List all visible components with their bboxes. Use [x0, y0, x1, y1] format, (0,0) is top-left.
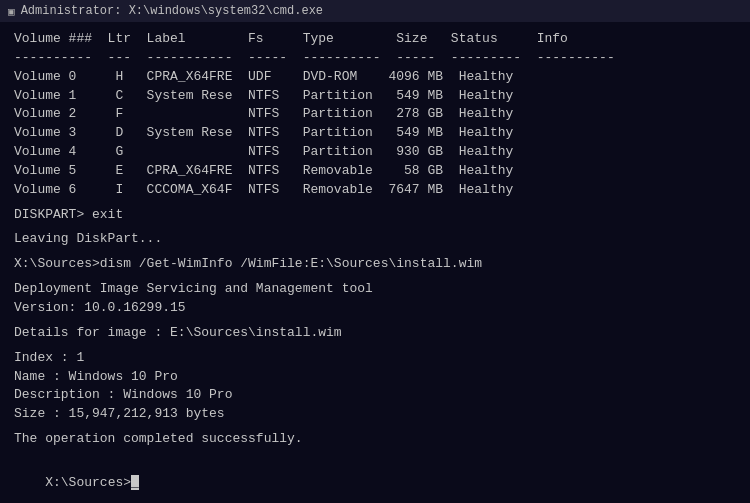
- volume-row-6: Volume 6 I CCCOMA_X64F NTFS Removable 76…: [14, 181, 736, 200]
- cmd-icon: ▣: [8, 5, 15, 18]
- volume-row-1: Volume 1 C System Rese NTFS Partition 54…: [14, 87, 736, 106]
- title-bar: ▣ Administrator: X:\windows\system32\cmd…: [0, 0, 750, 22]
- leaving-diskpart: Leaving DiskPart...: [14, 230, 736, 249]
- volume-row-0: Volume 0 H CPRA_X64FRE UDF DVD-ROM 4096 …: [14, 68, 736, 87]
- deployment-tool-label: Deployment Image Servicing and Managemen…: [14, 280, 736, 299]
- window-title: Administrator: X:\windows\system32\cmd.e…: [21, 4, 323, 18]
- success-msg: The operation completed successfully.: [14, 430, 736, 449]
- terminal-window[interactable]: Volume ### Ltr Label Fs Type Size Status…: [0, 22, 750, 503]
- volume-row-2: Volume 2 F NTFS Partition 278 GB Healthy: [14, 105, 736, 124]
- diskpart-exit: DISKPART> exit: [14, 206, 736, 225]
- version-label: Version: 10.0.16299.15: [14, 299, 736, 318]
- cursor: _: [131, 475, 139, 490]
- size-line: Size : 15,947,212,913 bytes: [14, 405, 736, 424]
- prompt-line: X:\Sources>_: [14, 455, 736, 503]
- volume-row-5: Volume 5 E CPRA_X64FRE NTFS Removable 58…: [14, 162, 736, 181]
- volume-row-3: Volume 3 D System Rese NTFS Partition 54…: [14, 124, 736, 143]
- dism-command: X:\Sources>dism /Get-WimInfo /WimFile:E:…: [14, 255, 736, 274]
- volume-row-4: Volume 4 G NTFS Partition 930 GB Healthy: [14, 143, 736, 162]
- index-line: Index : 1: [14, 349, 736, 368]
- prompt-text: X:\Sources>: [45, 475, 131, 490]
- table-header: Volume ### Ltr Label Fs Type Size Status…: [14, 30, 736, 49]
- desc-line: Description : Windows 10 Pro: [14, 386, 736, 405]
- table-separator: ---------- --- ----------- ----- -------…: [14, 49, 736, 68]
- details-line: Details for image : E:\Sources\install.w…: [14, 324, 736, 343]
- name-line: Name : Windows 10 Pro: [14, 368, 736, 387]
